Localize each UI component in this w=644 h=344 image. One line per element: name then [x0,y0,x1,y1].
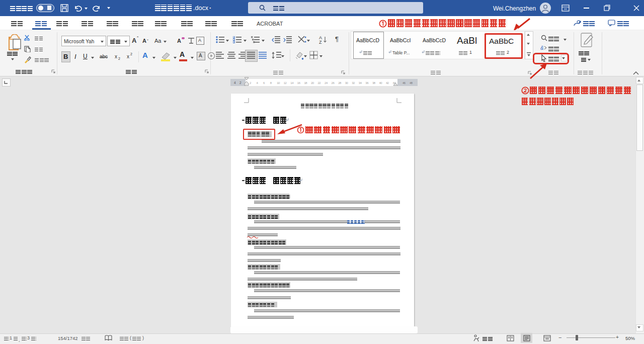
svg-text:Z: Z [319,40,322,44]
svg-text:&: & [540,45,544,51]
